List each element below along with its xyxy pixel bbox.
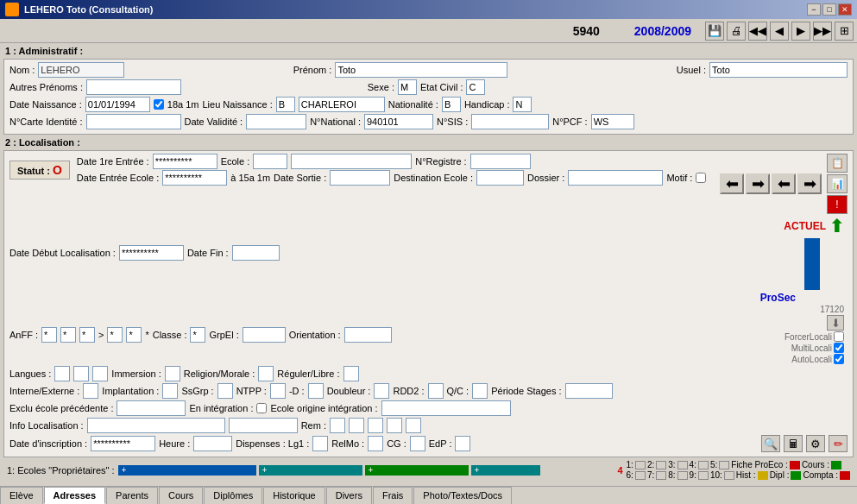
date-naissance-input[interactable] (85, 97, 150, 112)
rdd2-input[interactable] (428, 383, 444, 399)
ecole-name-input[interactable] (291, 154, 412, 169)
handicap-input[interactable] (513, 97, 532, 112)
lg1-input[interactable] (312, 436, 328, 451)
edp-input[interactable] (455, 436, 470, 451)
date-debut-input[interactable] (119, 245, 184, 261)
rem-input2[interactable] (349, 418, 364, 433)
ntpp-input[interactable] (270, 383, 286, 399)
dossier-input[interactable] (568, 170, 663, 186)
immersion-input[interactable] (165, 366, 180, 381)
date-fin-input[interactable] (232, 245, 280, 261)
rem-input5[interactable] (406, 418, 421, 433)
locali-icon2[interactable]: 📊 (827, 174, 848, 193)
date-sortie-input[interactable] (330, 170, 390, 186)
nationalite-input[interactable] (442, 97, 461, 112)
tab-frais[interactable]: Frais (373, 487, 413, 504)
doubleur-input[interactable] (374, 383, 389, 399)
locali-arrow-left2-icon[interactable]: ⬅ (772, 173, 796, 194)
info-localisation-input[interactable] (87, 418, 225, 433)
anff-input2[interactable] (60, 327, 76, 343)
anff-input1[interactable] (41, 327, 57, 343)
regulier-input[interactable] (343, 366, 359, 381)
calc-icon[interactable]: 🖩 (784, 435, 803, 452)
actuel-arrow-icon[interactable]: ⬆ (829, 216, 844, 236)
langue1-input[interactable] (54, 366, 70, 381)
tab-historique[interactable]: Historique (263, 487, 325, 504)
ncarte-input[interactable] (86, 114, 181, 129)
motif-checkbox[interactable] (696, 173, 706, 183)
search-icon[interactable]: 🔍 (761, 435, 780, 452)
down-arrow-icon[interactable]: ⬇ (827, 315, 844, 331)
cg-input[interactable] (410, 436, 425, 451)
date-naissance-checkbox[interactable] (154, 99, 164, 110)
anff-input3[interactable] (79, 327, 95, 343)
date-entree-ecole-input[interactable] (162, 170, 227, 186)
usuel-input[interactable] (709, 62, 848, 78)
nnational-input[interactable] (364, 114, 433, 129)
lieu-code-input[interactable] (276, 97, 295, 112)
nav-next-icon[interactable]: ▶ (791, 22, 810, 41)
prenom-input[interactable] (335, 62, 507, 78)
grid-icon[interactable]: ⊞ (835, 22, 854, 41)
destination-input[interactable] (476, 170, 524, 186)
etat-civil-input[interactable] (466, 79, 485, 95)
orientation-input[interactable] (344, 327, 392, 343)
anff-input4[interactable] (107, 327, 123, 343)
d-input[interactable] (308, 383, 324, 399)
forcer-checkbox[interactable] (834, 331, 844, 342)
nsis-input[interactable] (471, 114, 549, 129)
tab-photo[interactable]: Photo/Textes/Docs (413, 487, 512, 504)
tab-diplomes[interactable]: Diplômes (204, 487, 262, 504)
save-icon[interactable]: 💾 (705, 22, 724, 41)
nav-prev-prev-icon[interactable]: ◀◀ (748, 22, 767, 41)
anff-input5[interactable] (126, 327, 142, 343)
nav-next-next-icon[interactable]: ▶▶ (813, 22, 832, 41)
relmo-input[interactable] (368, 436, 383, 451)
date-validite-input[interactable] (246, 114, 306, 129)
nav-prev-icon[interactable]: ◀ (770, 22, 789, 41)
religion-input[interactable] (258, 366, 274, 381)
exclu-input[interactable] (117, 400, 186, 416)
ecole-input[interactable] (253, 154, 287, 169)
nom-input[interactable] (38, 62, 124, 78)
tab-adresses[interactable]: Adresses (44, 487, 106, 504)
auto-checkbox[interactable] (834, 354, 844, 364)
ssgrp-input[interactable] (217, 383, 233, 399)
locali-icon1[interactable]: 📋 (827, 154, 848, 173)
autres-prenoms-input[interactable] (86, 79, 181, 95)
locali-arrow-right2-icon[interactable]: ➡ (797, 173, 822, 194)
integration-checkbox[interactable] (256, 403, 267, 413)
rem-input4[interactable] (387, 418, 402, 433)
tab-divers[interactable]: Divers (326, 487, 372, 504)
minimize-button[interactable]: − (807, 3, 821, 16)
date-inscription-input[interactable] (91, 436, 155, 451)
tab-eleve[interactable]: Elève (0, 487, 43, 504)
npcf-input[interactable] (591, 114, 634, 129)
qc-input[interactable] (472, 383, 488, 399)
locali-icon3[interactable]: ! (827, 195, 848, 214)
grpel-input[interactable] (243, 327, 286, 343)
rem-input3[interactable] (368, 418, 383, 433)
tab-cours[interactable]: Cours (159, 487, 203, 504)
interne-input[interactable] (83, 383, 98, 399)
locali-arrow-right-icon[interactable]: ➡ (746, 173, 770, 194)
ecole-origine-input[interactable] (381, 400, 511, 416)
implantation-input[interactable] (162, 383, 178, 399)
locali-arrow-left-icon[interactable]: ⬅ (720, 173, 744, 194)
classe-input[interactable] (190, 327, 205, 343)
sexe-input[interactable] (398, 79, 417, 95)
tab-parents[interactable]: Parents (106, 487, 158, 504)
edit-icon[interactable]: ✏ (829, 435, 848, 452)
periode-input[interactable] (565, 383, 613, 399)
langue2-input[interactable] (73, 366, 89, 381)
heure-input[interactable] (193, 436, 232, 451)
info-localisation-input2[interactable] (229, 418, 298, 433)
langue3-input[interactable] (92, 366, 108, 381)
close-button[interactable]: ✕ (838, 3, 852, 16)
rem-input1[interactable] (330, 418, 345, 433)
lieu-value-input[interactable] (299, 97, 385, 112)
date1ere-input[interactable] (153, 154, 217, 169)
gear-icon[interactable]: ⚙ (806, 435, 825, 452)
multi-checkbox[interactable] (834, 343, 844, 353)
nregistre-input[interactable] (470, 154, 531, 169)
